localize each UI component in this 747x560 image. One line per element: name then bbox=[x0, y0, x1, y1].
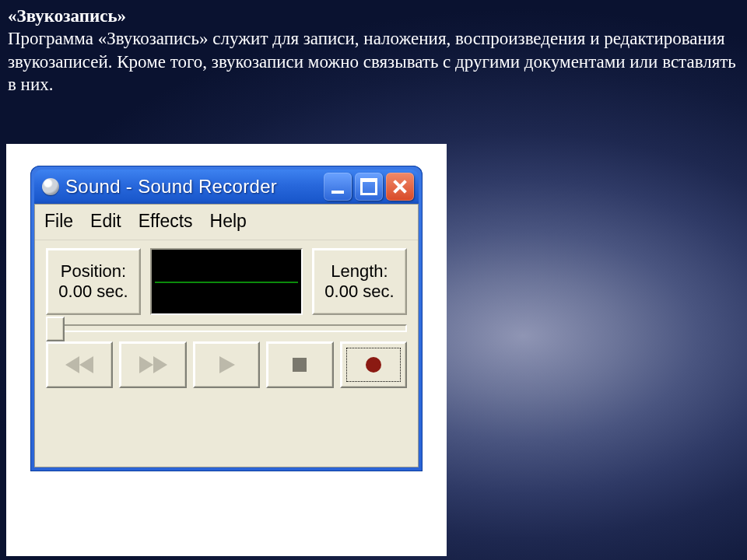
slider-track bbox=[46, 324, 407, 332]
controls-row bbox=[35, 340, 418, 388]
svg-marker-3 bbox=[153, 356, 167, 373]
waveform-midline bbox=[155, 282, 298, 283]
menu-file[interactable]: File bbox=[44, 211, 73, 232]
play-button[interactable] bbox=[193, 341, 260, 388]
length-panel: Length: 0.00 sec. bbox=[312, 248, 407, 315]
seek-end-button[interactable] bbox=[119, 341, 186, 388]
play-icon bbox=[215, 355, 238, 375]
fast-forward-icon bbox=[136, 355, 170, 375]
record-icon bbox=[363, 355, 384, 375]
slide-heading: «Звукозапись» bbox=[8, 6, 126, 26]
display-row: Position: 0.00 sec. Length: 0.00 sec. bbox=[35, 240, 418, 321]
close-icon bbox=[392, 179, 408, 194]
client-area: File Edit Effects Help Position: 0.00 se… bbox=[34, 204, 419, 467]
position-value: 0.00 sec. bbox=[55, 282, 132, 302]
svg-marker-1 bbox=[79, 356, 93, 373]
length-label: Length: bbox=[321, 261, 398, 282]
minimize-button[interactable] bbox=[324, 173, 352, 201]
titlebar[interactable]: Sound - Sound Recorder bbox=[34, 170, 419, 204]
window-controls bbox=[324, 173, 414, 201]
waveform-display bbox=[150, 248, 303, 315]
stop-icon bbox=[290, 355, 309, 374]
menu-edit[interactable]: Edit bbox=[90, 211, 121, 232]
presentation-slide: «Звукозапись» Программа «Звукозапись» сл… bbox=[0, 0, 747, 560]
record-button[interactable] bbox=[340, 341, 407, 388]
screenshot-canvas: Sound - Sound Recorder File Edit Effects… bbox=[6, 144, 447, 556]
menu-effects[interactable]: Effects bbox=[139, 211, 193, 232]
position-panel: Position: 0.00 sec. bbox=[46, 248, 141, 315]
svg-point-6 bbox=[366, 357, 381, 373]
menu-help[interactable]: Help bbox=[210, 211, 247, 232]
close-button[interactable] bbox=[386, 173, 414, 201]
svg-marker-0 bbox=[65, 356, 79, 373]
slider-thumb[interactable] bbox=[46, 317, 65, 341]
speaker-icon bbox=[42, 178, 59, 195]
seek-slider[interactable] bbox=[35, 321, 418, 340]
svg-marker-4 bbox=[219, 356, 235, 373]
svg-rect-5 bbox=[293, 358, 307, 372]
slide-body: Программа «Звукозапись» служит для запис… bbox=[8, 29, 736, 94]
maximize-button[interactable] bbox=[355, 173, 383, 201]
position-label: Position: bbox=[55, 261, 132, 282]
seek-start-button[interactable] bbox=[46, 341, 113, 388]
svg-marker-2 bbox=[139, 356, 153, 373]
length-value: 0.00 sec. bbox=[321, 282, 398, 302]
slide-text-block: «Звукозапись» Программа «Звукозапись» сл… bbox=[8, 5, 739, 96]
sound-recorder-window: Sound - Sound Recorder File Edit Effects… bbox=[30, 166, 423, 471]
rewind-icon bbox=[62, 355, 96, 375]
window-title: Sound - Sound Recorder bbox=[65, 176, 317, 198]
menu-bar: File Edit Effects Help bbox=[35, 205, 418, 240]
stop-button[interactable] bbox=[266, 341, 333, 388]
